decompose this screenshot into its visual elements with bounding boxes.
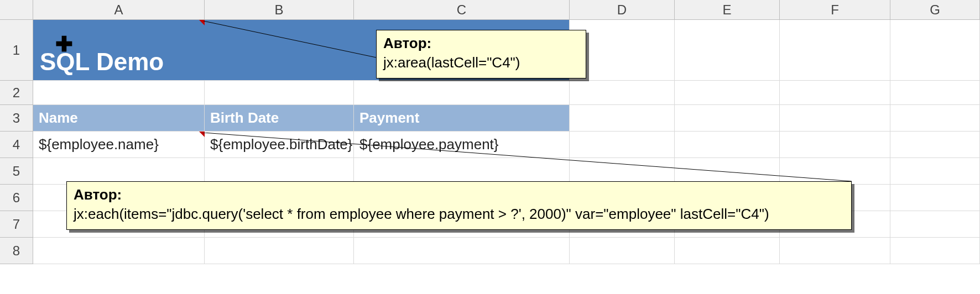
cell[interactable] [354,81,570,105]
row-header[interactable]: 4 [0,132,33,158]
cell[interactable] [675,105,780,132]
cell[interactable] [890,158,980,185]
spreadsheet: ABCDEFG 12345678 NameBirth DatePayment${… [0,0,980,294]
row-header[interactable]: 1 [0,20,33,81]
cell[interactable] [570,158,675,185]
cell[interactable] [780,132,890,158]
select-all-corner[interactable] [0,0,33,20]
cell[interactable] [780,158,890,185]
cell[interactable] [675,81,780,105]
row-header[interactable]: 8 [0,238,33,264]
row-header[interactable]: 2 [0,81,33,105]
cell[interactable] [570,132,675,158]
row-header[interactable]: 6 [0,185,33,211]
comment-text: jx:area(lastCell="C4") [383,54,520,71]
cell[interactable] [890,20,980,81]
cell[interactable] [890,81,980,105]
cell[interactable]: Birth Date [205,105,354,132]
column-header[interactable]: D [570,0,675,20]
row-header[interactable]: 5 [0,158,33,185]
column-header[interactable]: F [780,0,890,20]
cell[interactable] [570,81,675,105]
cell[interactable] [205,238,354,264]
cell[interactable] [205,81,354,105]
row-header[interactable]: 3 [0,105,33,132]
cell[interactable] [675,158,780,185]
cell[interactable] [780,105,890,132]
cell[interactable] [675,238,780,264]
cell[interactable] [890,185,980,211]
column-header[interactable]: B [205,0,354,20]
cell[interactable] [890,105,980,132]
cell[interactable] [890,211,980,238]
column-header[interactable]: C [354,0,570,20]
cell[interactable]: Payment [354,105,570,132]
comment-marker-icon[interactable] [199,20,205,25]
column-header[interactable]: G [890,0,980,20]
cell[interactable] [780,81,890,105]
cell[interactable] [675,20,780,81]
cell[interactable] [780,20,890,81]
cell[interactable] [675,132,780,158]
cell[interactable] [890,238,980,264]
cell[interactable] [205,158,354,185]
cell[interactable]: ${employee.name} [33,132,205,158]
comment-tooltip: Автор: jx:each(items="jdbc.query('select… [66,181,852,230]
column-header[interactable]: E [675,0,780,20]
cell[interactable] [570,105,675,132]
comment-marker-icon[interactable] [199,132,205,137]
comment-text: jx:each(items="jdbc.query('select * from… [74,206,769,222]
cell[interactable] [780,238,890,264]
row-header[interactable]: 7 [0,211,33,238]
comment-author-label: Автор: [74,186,122,203]
cell[interactable] [890,132,980,158]
cell[interactable] [354,158,570,185]
plus-icon: ✚ [55,32,73,56]
cell[interactable] [570,238,675,264]
comment-author-label: Автор: [383,35,431,51]
column-header[interactable]: A [33,0,205,20]
comment-tooltip: Автор: jx:area(lastCell="C4") [376,30,586,78]
cell[interactable] [33,81,205,105]
cell[interactable]: ${employee.birthDate} [205,132,354,158]
cell[interactable] [33,238,205,264]
cell[interactable]: Name [33,105,205,132]
cell[interactable] [354,238,570,264]
cell[interactable]: ${employee.payment} [354,132,570,158]
cell[interactable] [33,158,205,185]
